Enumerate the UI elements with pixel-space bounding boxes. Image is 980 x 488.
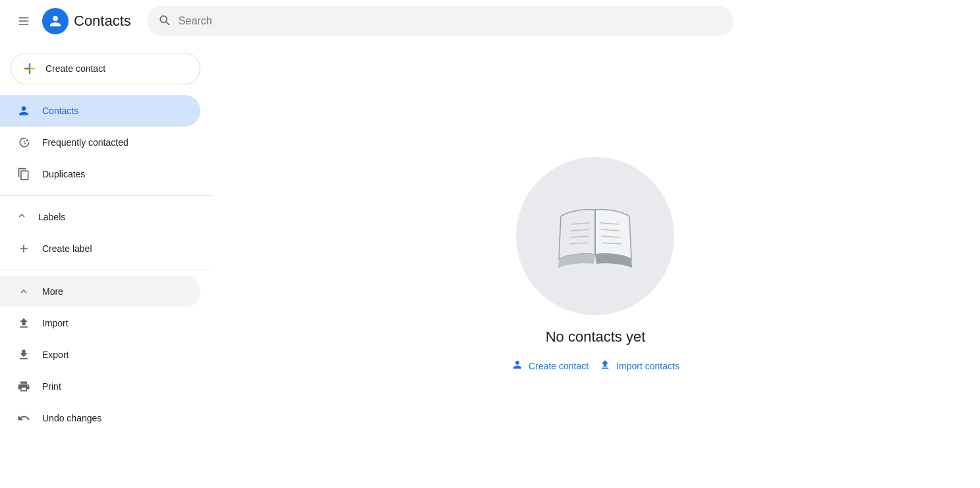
- labels-section-label: Labels: [38, 212, 65, 222]
- book-illustration: [516, 157, 674, 315]
- sidebar: Create contact Contacts Frequently conta…: [0, 42, 211, 488]
- import-contacts-icon: [599, 359, 611, 374]
- import-contacts-link-label: Import contacts: [616, 361, 679, 371]
- frequently-contacted-label: Frequently contacted: [42, 137, 129, 148]
- history-icon: [16, 136, 32, 149]
- sidebar-item-duplicates[interactable]: Duplicates: [0, 158, 200, 190]
- create-contact-link-label: Create contact: [529, 361, 589, 371]
- print-label: Print: [42, 381, 61, 392]
- undo-label: Undo changes: [42, 413, 101, 423]
- app-title: Contacts: [74, 13, 131, 30]
- create-label-item[interactable]: Create label: [0, 233, 200, 264]
- layout: Create contact Contacts Frequently conta…: [0, 42, 980, 488]
- copy-icon: [16, 168, 32, 181]
- empty-state-text: No contacts yet: [546, 328, 646, 346]
- print-icon: [16, 380, 32, 393]
- more-section-header[interactable]: More: [0, 276, 200, 307]
- sidebar-item-import[interactable]: Import: [0, 307, 200, 339]
- sidebar-item-undo[interactable]: Undo changes: [0, 402, 200, 434]
- divider-1: [0, 195, 211, 196]
- create-contact-label: Create contact: [45, 63, 105, 74]
- import-contacts-link[interactable]: Import contacts: [599, 359, 679, 374]
- header: Contacts: [0, 0, 980, 42]
- sidebar-item-frequently-contacted[interactable]: Frequently contacted: [0, 127, 200, 158]
- more-section-label: More: [42, 286, 63, 297]
- create-contact-button[interactable]: Create contact: [11, 53, 200, 84]
- sidebar-item-print[interactable]: Print: [0, 371, 200, 402]
- svg-rect-0: [19, 17, 29, 18]
- undo-icon: [16, 412, 32, 425]
- add-label-icon: [16, 242, 32, 255]
- divider-2: [0, 270, 211, 270]
- contacts-label: Contacts: [42, 106, 78, 116]
- person-icon: [16, 104, 32, 117]
- search-bar[interactable]: [147, 6, 734, 36]
- empty-create-contact-link[interactable]: Create contact: [511, 359, 589, 374]
- sidebar-item-contacts[interactable]: Contacts: [0, 95, 200, 127]
- import-label: Import: [42, 318, 69, 328]
- menu-button[interactable]: [11, 8, 37, 34]
- export-label: Export: [42, 350, 69, 360]
- empty-state: No contacts yet Create contact: [511, 157, 679, 374]
- plus-icon: [22, 61, 38, 76]
- labels-section-header[interactable]: Labels: [0, 201, 211, 233]
- svg-rect-1: [19, 20, 29, 22]
- download-icon: [16, 348, 32, 361]
- chevron-up-icon-labels: [16, 210, 28, 225]
- chevron-up-icon-more: [16, 286, 32, 297]
- sidebar-item-export[interactable]: Export: [0, 339, 200, 371]
- upload-icon: [16, 317, 32, 330]
- app-logo: [42, 8, 69, 34]
- search-input[interactable]: [179, 15, 723, 27]
- search-icon: [158, 13, 171, 30]
- svg-rect-2: [19, 24, 29, 25]
- main-content: No contacts yet Create contact: [211, 42, 980, 488]
- create-contact-icon: [511, 359, 523, 374]
- duplicates-label: Duplicates: [42, 169, 85, 179]
- create-label-label: Create label: [42, 243, 92, 254]
- empty-state-actions: Create contact Import contacts: [511, 359, 679, 374]
